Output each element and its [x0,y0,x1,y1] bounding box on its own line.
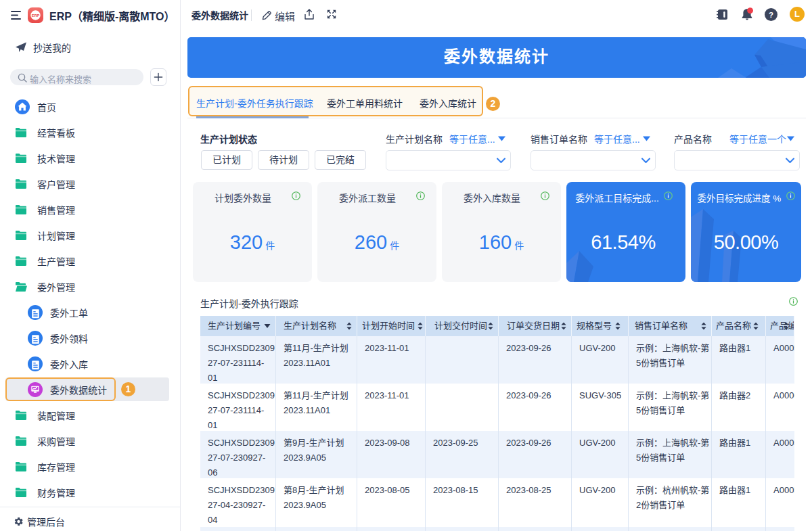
svg-text:?: ? [769,11,773,19]
svg-text:ERP: ERP [32,14,40,18]
